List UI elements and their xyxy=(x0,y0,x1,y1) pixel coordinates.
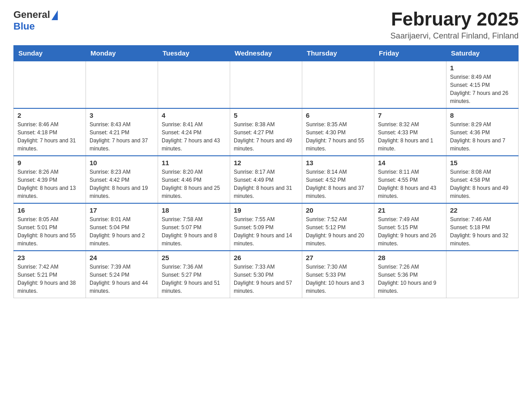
table-row xyxy=(446,251,519,298)
table-row xyxy=(374,61,446,108)
table-row: 21Sunrise: 7:49 AMSunset: 5:15 PMDayligh… xyxy=(374,203,446,251)
header-wednesday: Wednesday xyxy=(230,46,302,61)
header-monday: Monday xyxy=(86,46,158,61)
table-row: 8Sunrise: 8:29 AMSunset: 4:36 PMDaylight… xyxy=(446,108,519,156)
day-number: 16 xyxy=(17,206,82,214)
table-row: 10Sunrise: 8:23 AMSunset: 4:42 PMDayligh… xyxy=(86,156,158,203)
page-header: General Blue February 2025 Saarijaervi, … xyxy=(13,9,519,41)
day-info: Sunrise: 8:46 AMSunset: 4:18 PMDaylight:… xyxy=(17,120,82,153)
table-row: 14Sunrise: 8:11 AMSunset: 4:55 PMDayligh… xyxy=(374,156,446,203)
day-number: 7 xyxy=(378,111,442,119)
day-number: 6 xyxy=(306,111,370,119)
table-row: 3Sunrise: 8:43 AMSunset: 4:21 PMDaylight… xyxy=(86,108,158,156)
day-number: 21 xyxy=(378,206,442,214)
calendar-week-row: 16Sunrise: 8:05 AMSunset: 5:01 PMDayligh… xyxy=(14,203,519,251)
calendar-week-row: 2Sunrise: 8:46 AMSunset: 4:18 PMDaylight… xyxy=(14,108,519,156)
table-row: 1Sunrise: 8:49 AMSunset: 4:15 PMDaylight… xyxy=(446,61,519,108)
table-row: 19Sunrise: 7:55 AMSunset: 5:09 PMDayligh… xyxy=(230,203,302,251)
day-info: Sunrise: 7:46 AMSunset: 5:18 PMDaylight:… xyxy=(450,215,515,248)
day-number: 12 xyxy=(234,159,298,167)
day-number: 15 xyxy=(450,159,515,167)
calendar-table: Sunday Monday Tuesday Wednesday Thursday… xyxy=(13,45,519,298)
day-number: 8 xyxy=(450,111,515,119)
day-info: Sunrise: 8:14 AMSunset: 4:52 PMDaylight:… xyxy=(306,168,370,200)
day-info: Sunrise: 7:52 AMSunset: 5:12 PMDaylight:… xyxy=(306,215,370,248)
table-row: 26Sunrise: 7:33 AMSunset: 5:30 PMDayligh… xyxy=(230,251,302,298)
table-row: 18Sunrise: 7:58 AMSunset: 5:07 PMDayligh… xyxy=(158,203,230,251)
day-info: Sunrise: 7:30 AMSunset: 5:33 PMDaylight:… xyxy=(306,263,370,295)
header-thursday: Thursday xyxy=(302,46,374,61)
table-row: 13Sunrise: 8:14 AMSunset: 4:52 PMDayligh… xyxy=(302,156,374,203)
title-area: February 2025 Saarijaervi, Central Finla… xyxy=(390,9,519,41)
day-info: Sunrise: 7:33 AMSunset: 5:30 PMDaylight:… xyxy=(234,263,298,295)
logo-blue-text: Blue xyxy=(13,21,35,32)
day-info: Sunrise: 8:05 AMSunset: 5:01 PMDaylight:… xyxy=(17,215,82,248)
day-number: 18 xyxy=(162,206,226,214)
day-number: 4 xyxy=(162,111,226,119)
table-row: 24Sunrise: 7:39 AMSunset: 5:24 PMDayligh… xyxy=(86,251,158,298)
calendar-header-row: Sunday Monday Tuesday Wednesday Thursday… xyxy=(14,46,519,61)
day-info: Sunrise: 7:36 AMSunset: 5:27 PMDaylight:… xyxy=(162,263,226,295)
logo: General Blue xyxy=(13,9,58,32)
logo-general-text: General xyxy=(13,9,50,21)
location-title: Saarijaervi, Central Finland, Finland xyxy=(390,31,519,41)
day-number: 3 xyxy=(90,111,154,119)
day-number: 13 xyxy=(306,159,370,167)
day-info: Sunrise: 8:08 AMSunset: 4:58 PMDaylight:… xyxy=(450,168,515,200)
header-saturday: Saturday xyxy=(446,46,519,61)
day-number: 17 xyxy=(90,206,154,214)
header-friday: Friday xyxy=(374,46,446,61)
day-number: 28 xyxy=(378,254,442,261)
table-row: 12Sunrise: 8:17 AMSunset: 4:49 PMDayligh… xyxy=(230,156,302,203)
day-number: 23 xyxy=(17,254,82,261)
day-number: 20 xyxy=(306,206,370,214)
table-row: 28Sunrise: 7:26 AMSunset: 5:36 PMDayligh… xyxy=(374,251,446,298)
table-row: 11Sunrise: 8:20 AMSunset: 4:46 PMDayligh… xyxy=(158,156,230,203)
day-info: Sunrise: 7:42 AMSunset: 5:21 PMDaylight:… xyxy=(17,263,82,295)
day-info: Sunrise: 8:17 AMSunset: 4:49 PMDaylight:… xyxy=(234,168,298,200)
table-row: 4Sunrise: 8:41 AMSunset: 4:24 PMDaylight… xyxy=(158,108,230,156)
day-number: 9 xyxy=(17,159,82,167)
calendar-week-row: 9Sunrise: 8:26 AMSunset: 4:39 PMDaylight… xyxy=(14,156,519,203)
day-info: Sunrise: 8:35 AMSunset: 4:30 PMDaylight:… xyxy=(306,120,370,153)
day-info: Sunrise: 8:32 AMSunset: 4:33 PMDaylight:… xyxy=(378,120,442,153)
day-info: Sunrise: 7:39 AMSunset: 5:24 PMDaylight:… xyxy=(90,263,154,295)
calendar-week-row: 1Sunrise: 8:49 AMSunset: 4:15 PMDaylight… xyxy=(14,61,519,108)
table-row: 15Sunrise: 8:08 AMSunset: 4:58 PMDayligh… xyxy=(446,156,519,203)
day-info: Sunrise: 8:11 AMSunset: 4:55 PMDaylight:… xyxy=(378,168,442,200)
day-info: Sunrise: 8:41 AMSunset: 4:24 PMDaylight:… xyxy=(162,120,226,153)
logo-triangle-icon xyxy=(51,10,58,20)
table-row: 17Sunrise: 8:01 AMSunset: 5:04 PMDayligh… xyxy=(86,203,158,251)
day-info: Sunrise: 8:49 AMSunset: 4:15 PMDaylight:… xyxy=(450,73,515,105)
table-row: 5Sunrise: 8:38 AMSunset: 4:27 PMDaylight… xyxy=(230,108,302,156)
day-info: Sunrise: 8:43 AMSunset: 4:21 PMDaylight:… xyxy=(90,120,154,153)
day-info: Sunrise: 8:01 AMSunset: 5:04 PMDaylight:… xyxy=(90,215,154,248)
day-number: 11 xyxy=(162,159,226,167)
table-row: 22Sunrise: 7:46 AMSunset: 5:18 PMDayligh… xyxy=(446,203,519,251)
day-info: Sunrise: 7:26 AMSunset: 5:36 PMDaylight:… xyxy=(378,263,442,295)
day-info: Sunrise: 7:49 AMSunset: 5:15 PMDaylight:… xyxy=(378,215,442,248)
day-number: 5 xyxy=(234,111,298,119)
day-number: 25 xyxy=(162,254,226,261)
day-number: 1 xyxy=(450,64,515,72)
month-title: February 2025 xyxy=(390,9,519,30)
header-sunday: Sunday xyxy=(14,46,86,61)
table-row xyxy=(230,61,302,108)
table-row xyxy=(86,61,158,108)
day-info: Sunrise: 7:58 AMSunset: 5:07 PMDaylight:… xyxy=(162,215,226,248)
table-row: 2Sunrise: 8:46 AMSunset: 4:18 PMDaylight… xyxy=(14,108,86,156)
table-row xyxy=(14,61,86,108)
day-number: 2 xyxy=(17,111,82,119)
table-row xyxy=(302,61,374,108)
day-info: Sunrise: 8:20 AMSunset: 4:46 PMDaylight:… xyxy=(162,168,226,200)
day-info: Sunrise: 7:55 AMSunset: 5:09 PMDaylight:… xyxy=(234,215,298,248)
day-info: Sunrise: 8:26 AMSunset: 4:39 PMDaylight:… xyxy=(17,168,82,200)
table-row: 16Sunrise: 8:05 AMSunset: 5:01 PMDayligh… xyxy=(14,203,86,251)
table-row: 9Sunrise: 8:26 AMSunset: 4:39 PMDaylight… xyxy=(14,156,86,203)
header-tuesday: Tuesday xyxy=(158,46,230,61)
day-info: Sunrise: 8:29 AMSunset: 4:36 PMDaylight:… xyxy=(450,120,515,153)
day-number: 27 xyxy=(306,254,370,261)
day-info: Sunrise: 8:23 AMSunset: 4:42 PMDaylight:… xyxy=(90,168,154,200)
table-row: 23Sunrise: 7:42 AMSunset: 5:21 PMDayligh… xyxy=(14,251,86,298)
calendar-week-row: 23Sunrise: 7:42 AMSunset: 5:21 PMDayligh… xyxy=(14,251,519,298)
